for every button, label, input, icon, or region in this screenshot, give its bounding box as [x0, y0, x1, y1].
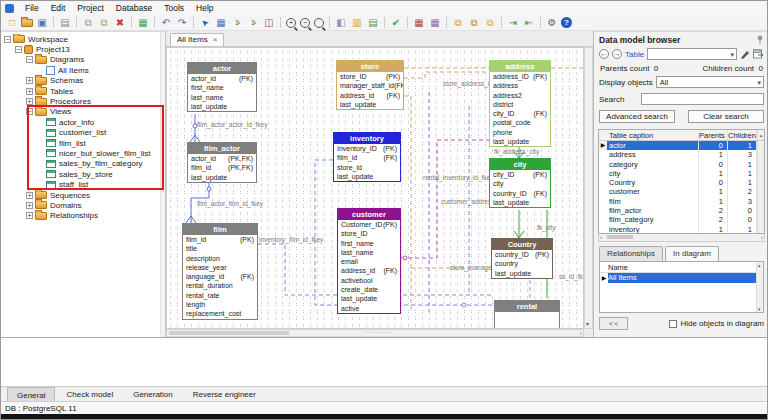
tree-toggle-icon[interactable]: + [26, 212, 33, 219]
tab-relationships[interactable]: Relationships [599, 246, 663, 261]
canvas-vscrollbar[interactable]: ▾ [584, 47, 593, 329]
paste-icon[interactable]: ⧉ [97, 16, 111, 29]
menu-database[interactable]: Database [110, 2, 158, 14]
tree-item-actor-info[interactable]: actor_info [1, 117, 159, 127]
tree-scrollbar[interactable] [160, 32, 165, 337]
edit-pencil-icon[interactable] [740, 49, 750, 59]
import-icon[interactable]: ⇥ [506, 16, 520, 29]
table-caption-grid[interactable]: Table captionParentsChildren▴▶actor01add… [598, 129, 765, 234]
back-button[interactable]: ← [599, 49, 609, 59]
splitter-handle[interactable]: ········· [166, 330, 593, 337]
tree-item-staff-list[interactable]: staff_list [1, 179, 159, 189]
hide-objects-checkbox[interactable] [669, 320, 677, 328]
one-to-many-icon[interactable]: 1¹ [246, 16, 260, 29]
zoom-in-icon[interactable]: + [286, 18, 296, 28]
grid-row-actor[interactable]: ▶actor01 [599, 141, 764, 150]
tab-all-items[interactable]: All Items × [170, 33, 224, 46]
properties-panel-icon[interactable]: ◧ [334, 16, 348, 29]
tree-toggle-icon[interactable]: + [26, 202, 33, 209]
tree-item-schemas[interactable]: +Schemas [1, 76, 159, 86]
new-file-icon[interactable]: □ [5, 16, 19, 29]
zoom-reset-icon[interactable] [314, 18, 324, 28]
grid-row-film_actor[interactable]: film_actor20 [599, 206, 764, 215]
tree-item-tables[interactable]: +Tables [1, 86, 159, 96]
tree-item-all-items[interactable]: All Items [1, 65, 159, 75]
zoom-out-icon[interactable]: − [300, 18, 310, 28]
name-list-scrollbar[interactable]: ▴ ▾ [756, 262, 763, 312]
one-to-one-icon[interactable]: 1¹ [230, 16, 244, 29]
tree-item-customer-list[interactable]: customer_list [1, 128, 159, 138]
grid-row-country[interactable]: Country01 [599, 178, 764, 187]
tree-toggle-icon[interactable]: + [26, 88, 33, 95]
tree-item-diagrams[interactable]: −Diagrams [1, 55, 159, 65]
documents-icon[interactable]: ▥ [350, 16, 364, 29]
er-table-film_actor[interactable]: film_actoractor_id(PK,FK)film_id(PK,FK)l… [187, 142, 257, 183]
er-table-actor[interactable]: actoractor_id(PK)first_namelast_namelast… [187, 62, 257, 112]
bottom-tab-reverse-engineer[interactable]: Reverse engineer [184, 387, 265, 401]
tab-in-diagram[interactable]: In diagram [665, 246, 719, 261]
grid-row-film[interactable]: film13 [599, 197, 764, 206]
tree-item-relationships[interactable]: +Relationships [1, 211, 159, 221]
table-selector-combo[interactable] [647, 48, 737, 60]
form-view-icon[interactable]: ▤ [366, 16, 380, 29]
tree-item-procedures[interactable]: +Procedures [1, 96, 159, 106]
tree-toggle-icon[interactable]: − [15, 46, 22, 53]
help-icon[interactable]: ? [561, 17, 572, 28]
print-icon[interactable]: ▤ [58, 16, 72, 29]
forward-button[interactable]: → [612, 49, 622, 59]
grid-row-address[interactable]: address13 [599, 150, 764, 159]
tree-toggle-icon[interactable]: + [26, 98, 33, 105]
name-row-all-items[interactable]: ▶All Items [600, 273, 763, 283]
copy-icon[interactable]: ⧉ [81, 16, 95, 29]
menu-file[interactable]: File [19, 2, 45, 14]
grid-row-film_category[interactable]: film_category20 [599, 215, 764, 224]
er-table-inventory[interactable]: inventoryInventory_ID(PK)film_id(FK)stor… [333, 132, 401, 182]
er-table-country[interactable]: Countrycountry_ID(PK)countrylast_update [491, 238, 553, 279]
er-table-rental[interactable]: rental [494, 300, 560, 329]
bottom-tab-generation[interactable]: Generation [124, 387, 182, 401]
add-table-icon[interactable]: ▦ [136, 16, 150, 29]
bottom-tab-check-model[interactable]: Check model [57, 387, 122, 401]
tree-toggle-icon[interactable]: − [26, 108, 33, 115]
redo-icon[interactable]: ↷ [175, 16, 189, 29]
er-table-city[interactable]: citycity_ID(PK)citycountry_ID(FK)last_up… [489, 158, 551, 208]
tree-item-film-list[interactable]: film_list [1, 138, 159, 148]
er-table-film[interactable]: filmfilm_id(PK)titledescriptionrelease_y… [182, 223, 258, 320]
tree-item-sales-by-film-category[interactable]: sales_by_film_category [1, 159, 159, 169]
grid-row-city[interactable]: city11 [599, 169, 764, 178]
grid-row-inventory[interactable]: inventory11 [599, 225, 764, 234]
tree-item-views[interactable]: −Views [1, 107, 159, 117]
tree-item-domains[interactable]: +Domains [1, 200, 159, 210]
tree-toggle-icon[interactable]: − [26, 56, 33, 63]
export-icon[interactable]: ⇤ [522, 16, 536, 29]
relations-icon[interactable]: ◫ [262, 16, 276, 29]
tree-item-workspace[interactable]: −Workspace [1, 34, 159, 44]
er-table-address[interactable]: addressaddress_ID(PK)addressaddress2dist… [489, 60, 551, 147]
menu-edit[interactable]: Edit [45, 2, 72, 14]
pin-icon[interactable] [756, 35, 764, 45]
er-table-customer[interactable]: customerCustomer_ID(PK)store_IDfirst_nam… [337, 208, 401, 314]
grid-hscrollbar[interactable]: ‹ › [598, 234, 765, 242]
delete-icon[interactable]: ✖ [113, 16, 127, 29]
settings-icon[interactable]: ⚙ [545, 16, 559, 29]
er-table-store[interactable]: storestore_ID(PK)manager_staff_id(FK)add… [336, 60, 404, 110]
collapse-button[interactable]: < < [599, 317, 628, 330]
advanced-search-button[interactable]: Advanced search [599, 110, 675, 123]
menu-project[interactable]: Project [71, 2, 109, 14]
tree-toggle-icon[interactable]: + [26, 192, 33, 199]
goto-table-icon[interactable] [753, 49, 764, 59]
fk-lock-icon[interactable]: ▦ [428, 16, 442, 29]
check-model-icon[interactable]: ✔ [389, 16, 403, 29]
diagram-canvas[interactable]: actoractor_id(PK)first_namelast_namelast… [166, 47, 584, 329]
clear-search-button[interactable]: Clear search [688, 110, 764, 123]
duplicate-object-icon[interactable]: ⧉ [467, 16, 481, 29]
save-icon[interactable]: ▣ [35, 16, 49, 29]
grid-row-category[interactable]: category01 [599, 160, 764, 169]
pointer-icon[interactable]: ➤ [195, 13, 214, 32]
in-diagram-list[interactable]: Name ▶All Items ▴ ▾ [599, 261, 764, 313]
merge-objects-icon[interactable]: ⧉ [483, 16, 497, 29]
table-icon[interactable]: ▦ [214, 16, 228, 29]
menu-tools[interactable]: Tools [158, 2, 190, 14]
fk-check-icon[interactable]: ▦ [412, 16, 426, 29]
tree-toggle-icon[interactable]: − [4, 36, 11, 43]
